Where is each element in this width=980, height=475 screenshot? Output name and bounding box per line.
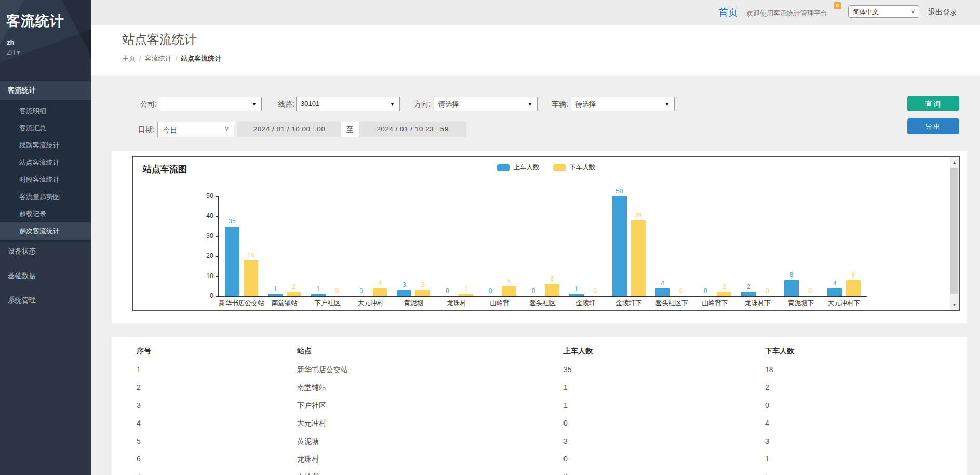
bar-value-label: 0 (352, 287, 371, 295)
dropdown-arrow-icon: ▼ (528, 102, 532, 107)
bar-value-label: 0 (672, 287, 691, 295)
sidebar-submenu-item[interactable]: 客流量趋势图 (0, 188, 91, 205)
dropdown-arrow-icon: ▼ (390, 102, 395, 107)
y-axis-tick-mark (216, 296, 219, 297)
table-header-cell: 上车人数 (563, 342, 667, 360)
home-link[interactable]: 首页 (718, 6, 738, 19)
chart-bar (717, 292, 731, 296)
date-preset-select[interactable]: 今日 ∨ (157, 122, 234, 137)
vehicle-label: 车辆: (543, 97, 568, 111)
vehicle-select[interactable]: 待选择 ▼ (571, 97, 675, 111)
bar-value-label: 0 (438, 287, 457, 295)
company-select[interactable]: ▼ (158, 97, 262, 111)
sidebar-submenu-item[interactable]: 站点客流统计 (0, 154, 91, 171)
table-cell: 1 (137, 361, 199, 378)
direction-label: 方向: (406, 97, 431, 111)
y-axis-tick-label: 20 (198, 252, 213, 259)
table-row: 3下户社区10 (112, 397, 967, 414)
sidebar-user-dropdown[interactable]: ZH ▾ (7, 49, 20, 56)
y-axis-tick-label: 30 (198, 232, 213, 240)
bar-value-label: 0 (328, 287, 346, 295)
scroll-up-icon[interactable]: ▲ (950, 160, 959, 165)
chart-bar (459, 294, 473, 296)
welcome-text: 欢迎使用客流统计管理平台 (746, 9, 827, 18)
table-cell: 18 (765, 361, 869, 378)
chart-legend: 上车人数下车人数 (497, 163, 596, 172)
legend-swatch (497, 164, 510, 171)
line-select[interactable]: 30101 ▼ (296, 97, 400, 111)
breadcrumb-item[interactable]: 客流统计 (145, 55, 172, 62)
x-axis-category-label: 大元冲村下 (818, 299, 870, 308)
y-axis-tick-mark (216, 256, 219, 257)
breadcrumb: 主页/客流统计/站点客流统计 (122, 54, 221, 63)
sidebar-submenu-item[interactable]: 线路客流统计 (0, 137, 91, 154)
table-row: 1新华书店公交站3518 (112, 361, 967, 378)
dropdown-arrow-icon: ▼ (252, 102, 257, 107)
legend-item[interactable]: 上车人数 (497, 163, 540, 172)
language-select[interactable]: 简体中文 ∨ (848, 5, 919, 18)
table-cell: 0 (563, 468, 667, 475)
table-row: 4大元冲村04 (112, 414, 967, 432)
table-cell: 4 (137, 414, 199, 432)
chart-bar (373, 288, 387, 296)
notification-badge[interactable]: 0 (834, 2, 841, 9)
sidebar-submenu: 客流明细客流汇总线路客流统计站点客流统计时段客流统计客流量趋势图超载记录趟次客流… (0, 100, 91, 243)
bar-value-label: 18 (241, 252, 260, 259)
table-cell: 4 (765, 414, 869, 432)
legend-item[interactable]: 下车人数 (553, 163, 596, 172)
breadcrumb-item: 站点客流统计 (181, 55, 221, 62)
breadcrumb-item[interactable]: 主页 (122, 55, 136, 62)
chart-bar (545, 284, 559, 296)
line-label: 线路: (270, 97, 294, 111)
bar-value-label: 2 (739, 283, 758, 291)
export-button[interactable]: 导出 (907, 118, 959, 134)
logout-link[interactable]: 退出登录 (928, 8, 957, 17)
sidebar-item[interactable]: 基础数据 (0, 263, 91, 288)
table-cell: 新华书店公交站 (297, 361, 463, 378)
scroll-down-icon[interactable]: ▼ (950, 302, 959, 307)
table-cell: 5 (765, 468, 869, 475)
company-label: 公司: (132, 97, 157, 111)
scrollbar-thumb[interactable] (950, 168, 958, 294)
bar-value-label: 8 (782, 271, 801, 279)
chart-bar (415, 290, 430, 296)
bar-value-label: 0 (524, 287, 543, 295)
sidebar-submenu-item[interactable]: 客流汇总 (0, 120, 91, 137)
chevron-down-icon: ∨ (224, 125, 229, 133)
bar-value-label: 1 (567, 285, 586, 293)
bar-value-label: 0 (481, 287, 500, 295)
sidebar-submenu-item[interactable]: 客流明细 (0, 102, 91, 120)
page-header: 站点客流统计 主页/客流统计/站点客流统计 (91, 25, 980, 75)
chart-scrollbar[interactable]: ▲ ▼ (950, 157, 959, 310)
table-header-cell: 下车人数 (765, 342, 869, 360)
legend-swatch (553, 164, 566, 171)
direction-select[interactable]: 请选择 ▼ (434, 97, 538, 111)
table-cell: 5 (137, 432, 199, 450)
sidebar-section-passenger-stats[interactable]: 客流统计 (0, 81, 91, 100)
date-from-field[interactable]: 2024 / 01 / 10 00 : 00 (237, 122, 341, 137)
sidebar-item[interactable]: 系统管理 (0, 288, 91, 312)
bar-value-label: 0 (801, 287, 820, 295)
sidebar-username: zh (7, 38, 14, 46)
sidebar-submenu-item[interactable]: 时段客流统计 (0, 171, 91, 188)
date-to-field[interactable]: 2024 / 01 / 10 23 : 59 (359, 122, 466, 137)
sidebar-submenu-item[interactable]: 超载记录 (0, 205, 91, 222)
bar-value-label: 2 (715, 283, 733, 291)
table-cell: 下户社区 (297, 397, 463, 414)
sidebar-item[interactable]: 设备状态 (0, 239, 91, 263)
bar-value-label: 3 (413, 281, 432, 288)
chart-bar (311, 294, 326, 296)
table-cell: 0 (563, 414, 667, 432)
breadcrumb-separator: / (176, 55, 178, 62)
chart-bar (244, 260, 258, 296)
topbar: 首页 欢迎使用客流统计管理平台 0 简体中文 ∨ 退出登录 (91, 0, 980, 25)
query-button[interactable]: 查询 (907, 96, 959, 111)
table-row: 6龙珠村01 (112, 450, 967, 468)
table-cell: 7 (137, 468, 199, 475)
sidebar-submenu-item[interactable]: 趟次客流统计 (0, 222, 91, 240)
y-axis-tick-label: 40 (198, 212, 213, 219)
chart-bar (268, 294, 283, 296)
vehicle-select-value: 待选择 (575, 100, 596, 109)
chart-bar (655, 288, 670, 296)
chart-box: 站点车流图 上车人数下车人数 01020304050新华书店公交站3518南堂铺… (132, 156, 960, 311)
